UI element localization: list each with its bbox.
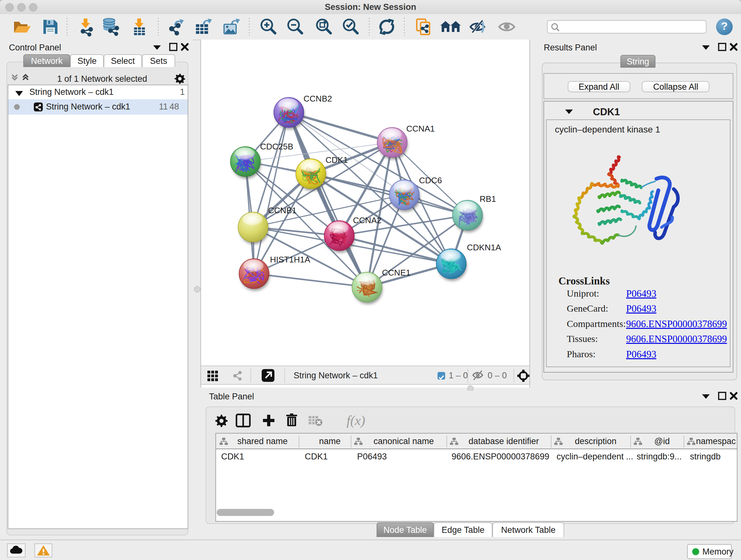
svg-text:CDC6: CDC6 [419,176,442,185]
svg-text:CCNA1: CCNA1 [406,124,434,133]
svg-text:CDC25B: CDC25B [260,142,293,151]
svg-text:CDKN1A: CDKN1A [467,243,501,252]
svg-text:CCNB1: CCNB1 [268,206,296,215]
svg-text:f(x): f(x) [347,413,365,428]
svg-text:CCNA2: CCNA2 [353,215,381,225]
svg-text:CDK1: CDK1 [326,155,348,165]
svg-text:HIST1H1A: HIST1H1A [270,255,311,264]
svg-text:CCNE1: CCNE1 [382,268,410,277]
svg-text:CCNB2: CCNB2 [304,94,332,104]
svg-text:RB1: RB1 [480,194,496,204]
